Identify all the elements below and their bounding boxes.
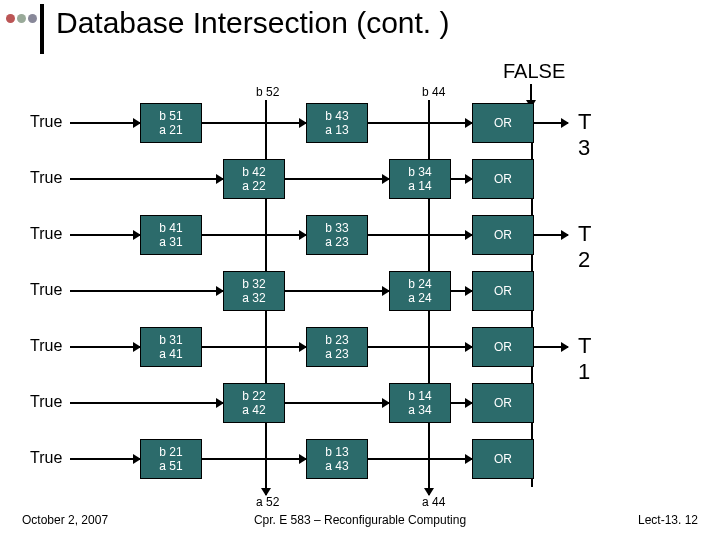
cell: b 34a 14 bbox=[389, 159, 451, 199]
cell: b 33a 23 bbox=[306, 215, 368, 255]
cell: b 43a 13 bbox=[306, 103, 368, 143]
arrow-icon bbox=[70, 122, 140, 124]
or-gate: OR bbox=[472, 103, 534, 143]
arrow-icon bbox=[285, 290, 389, 292]
or-gate: OR bbox=[472, 215, 534, 255]
arrow-icon bbox=[70, 402, 223, 404]
top-label-b44: b 44 bbox=[422, 85, 445, 99]
t2-label: T 2 bbox=[578, 221, 591, 273]
top-label-b52: b 52 bbox=[256, 85, 279, 99]
cell: b 21a 51 bbox=[140, 439, 202, 479]
cell: b 14a 34 bbox=[389, 383, 451, 423]
arrow-icon bbox=[70, 178, 223, 180]
arrow-icon bbox=[70, 234, 140, 236]
arrow-icon bbox=[70, 346, 140, 348]
arrow-icon bbox=[285, 178, 389, 180]
arrow-icon bbox=[534, 346, 568, 348]
t1-label: T 1 bbox=[578, 333, 591, 385]
cell: b 31a 41 bbox=[140, 327, 202, 367]
arrow-icon bbox=[534, 122, 568, 124]
vline-a44 bbox=[428, 479, 430, 495]
cell: b 13a 43 bbox=[306, 439, 368, 479]
arrow-icon bbox=[451, 178, 472, 180]
arrow-icon bbox=[285, 402, 389, 404]
arrow-icon bbox=[202, 122, 306, 124]
arrow-icon bbox=[368, 234, 472, 236]
vline-a52 bbox=[265, 479, 267, 495]
or-gate: OR bbox=[472, 383, 534, 423]
or-gate: OR bbox=[472, 327, 534, 367]
or-gate: OR bbox=[472, 271, 534, 311]
false-label: FALSE bbox=[503, 60, 565, 83]
arrow-icon bbox=[202, 346, 306, 348]
title-bar bbox=[40, 4, 44, 54]
slide-title: Database Intersection (cont. ) bbox=[56, 6, 450, 40]
arrow-icon bbox=[534, 234, 568, 236]
arrow-icon bbox=[70, 458, 140, 460]
arrow-icon bbox=[368, 346, 472, 348]
or-gate: OR bbox=[472, 439, 534, 479]
arrow-icon bbox=[451, 290, 472, 292]
cell: b 51a 21 bbox=[140, 103, 202, 143]
slide-indicator-dots bbox=[6, 14, 37, 23]
cell: b 23a 23 bbox=[306, 327, 368, 367]
or-gate: OR bbox=[472, 159, 534, 199]
bottom-label-a52: a 52 bbox=[256, 495, 279, 509]
footer-course: Cpr. E 583 – Reconfigurable Computing bbox=[0, 513, 720, 527]
t3-label: T 3 bbox=[578, 109, 591, 161]
arrow-icon bbox=[202, 234, 306, 236]
cell: b 32a 32 bbox=[223, 271, 285, 311]
cell: b 42a 22 bbox=[223, 159, 285, 199]
arrow-icon bbox=[70, 290, 223, 292]
cell: b 24a 24 bbox=[389, 271, 451, 311]
footer-slide-number: Lect-13. 12 bbox=[638, 513, 698, 527]
arrow-icon bbox=[368, 458, 472, 460]
arrow-icon bbox=[368, 122, 472, 124]
arrow-icon bbox=[202, 458, 306, 460]
arrow-icon bbox=[451, 402, 472, 404]
cell: b 41a 31 bbox=[140, 215, 202, 255]
bottom-label-a44: a 44 bbox=[422, 495, 445, 509]
cell: b 22a 42 bbox=[223, 383, 285, 423]
